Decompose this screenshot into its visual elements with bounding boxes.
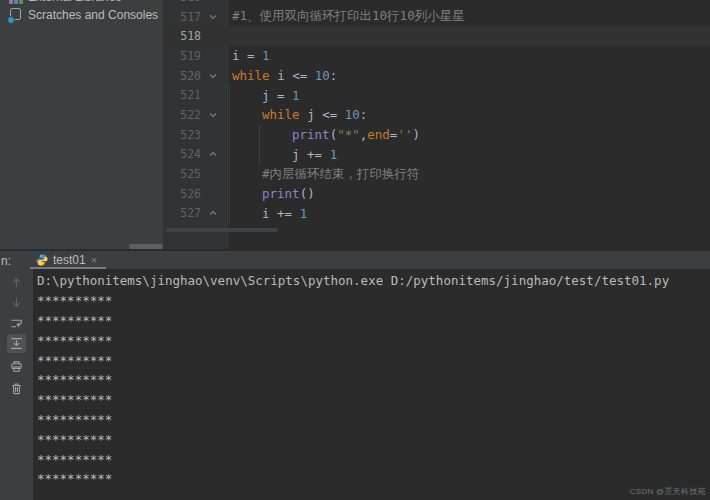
editor-line-519[interactable]: 519i = 1 <box>163 46 710 66</box>
fold-expand-icon[interactable] <box>205 208 221 218</box>
editor-line-523[interactable]: 523print("*",end='') <box>163 125 710 145</box>
tree-item-label: Scratches and Consoles <box>28 8 158 22</box>
run-console: D:\pythonitems\jinghao\venv\Scripts\pyth… <box>0 269 710 500</box>
line-number[interactable]: 526 <box>163 187 205 201</box>
code-editor[interactable]: 516517#1、使用双向循环打印出10行10列小星星518519i = 152… <box>163 0 710 249</box>
code-text: #内层循环结束，打印换行符 <box>221 166 420 183</box>
line-number[interactable]: 525 <box>163 167 205 181</box>
console-output-line: ********** <box>37 429 669 449</box>
console-output-line: ********** <box>37 291 669 311</box>
up-arrow-icon[interactable] <box>7 273 26 292</box>
console-command-line: D:\pythonitems\jinghao\venv\Scripts\pyth… <box>37 271 669 291</box>
line-number[interactable]: 518 <box>163 29 205 43</box>
pycharm-window: External Libraries Scratches and Console… <box>0 0 710 500</box>
editor-line-527[interactable]: 527i += 1 <box>163 204 710 224</box>
line-number[interactable]: 519 <box>163 49 205 63</box>
editor-line-518[interactable]: 518 <box>163 26 710 46</box>
console-output-line: ********** <box>37 390 669 410</box>
fold-collapse-icon[interactable] <box>205 12 221 22</box>
close-icon[interactable]: × <box>91 255 97 266</box>
fold-expand-icon[interactable] <box>205 149 221 159</box>
scratches-icon <box>8 8 23 23</box>
clear-icon[interactable] <box>7 379 26 398</box>
editor-line-516[interactable]: 516 <box>163 0 710 7</box>
line-number[interactable]: 520 <box>163 69 205 83</box>
line-number[interactable]: 523 <box>163 128 205 142</box>
tab-title: test01 <box>53 253 86 267</box>
print-icon[interactable] <box>7 357 26 376</box>
console-output-line: ********** <box>37 370 669 390</box>
console-output-line: ********** <box>37 469 669 489</box>
console-output-line: ********** <box>37 330 669 350</box>
line-number[interactable]: 524 <box>163 147 205 161</box>
code-text: while j <= 10: <box>221 107 367 122</box>
code-text: i += 1 <box>221 206 307 221</box>
editor-line-525[interactable]: 525#内层循环结束，打印换行符 <box>163 164 710 184</box>
editor-line-524[interactable]: 524j += 1 <box>163 145 710 165</box>
libraries-icon <box>8 0 23 5</box>
code-text: j += 1 <box>221 147 337 162</box>
editor-line-520[interactable]: 520while i <= 10: <box>163 66 710 86</box>
soft-wrap-icon[interactable] <box>7 314 26 333</box>
console-toolbar <box>0 269 33 500</box>
line-number[interactable]: 516 <box>163 0 205 4</box>
code-text: print("*",end='') <box>221 127 420 142</box>
code-text: i = 1 <box>221 48 270 63</box>
console-output-line: ********** <box>37 311 669 331</box>
watermark: CSDN @景天科技苑 <box>630 486 706 497</box>
console-output[interactable]: D:\pythonitems\jinghao\venv\Scripts\pyth… <box>37 271 669 489</box>
code-text: #1、使用双向循环打印出10行10列小星星 <box>221 8 465 25</box>
line-number[interactable]: 517 <box>163 10 205 24</box>
line-number[interactable]: 522 <box>163 108 205 122</box>
line-number[interactable]: 527 <box>163 206 205 220</box>
code-text: print() <box>221 186 315 201</box>
fold-collapse-icon[interactable] <box>205 71 221 81</box>
editor-line-526[interactable]: 526print() <box>163 184 710 204</box>
project-panel[interactable]: External Libraries Scratches and Console… <box>0 0 163 249</box>
code-text: j = 1 <box>221 88 300 103</box>
run-label: n: <box>1 254 11 268</box>
editor-hscrollbar[interactable] <box>166 228 278 232</box>
down-arrow-icon[interactable] <box>7 293 26 312</box>
run-toolwindow-header: n: test01 × <box>0 249 710 269</box>
editor-line-522[interactable]: 522while j <= 10: <box>163 105 710 125</box>
fold-collapse-icon[interactable] <box>205 110 221 120</box>
code-text: while i <= 10: <box>221 68 337 83</box>
tree-item-scratches-and-consoles[interactable]: Scratches and Consoles <box>0 6 163 24</box>
editor-line-521[interactable]: 521j = 1 <box>163 85 710 105</box>
python-icon <box>36 254 48 266</box>
editor-line-517[interactable]: 517#1、使用双向循环打印出10行10列小星星 <box>163 7 710 27</box>
line-number[interactable]: 521 <box>163 88 205 102</box>
console-output-line: ********** <box>37 350 669 370</box>
console-output-line: ********** <box>37 410 669 430</box>
console-output-line: ********** <box>37 449 669 469</box>
scroll-to-end-icon[interactable] <box>7 334 26 353</box>
tree-item-label: External Libraries <box>28 0 121 4</box>
